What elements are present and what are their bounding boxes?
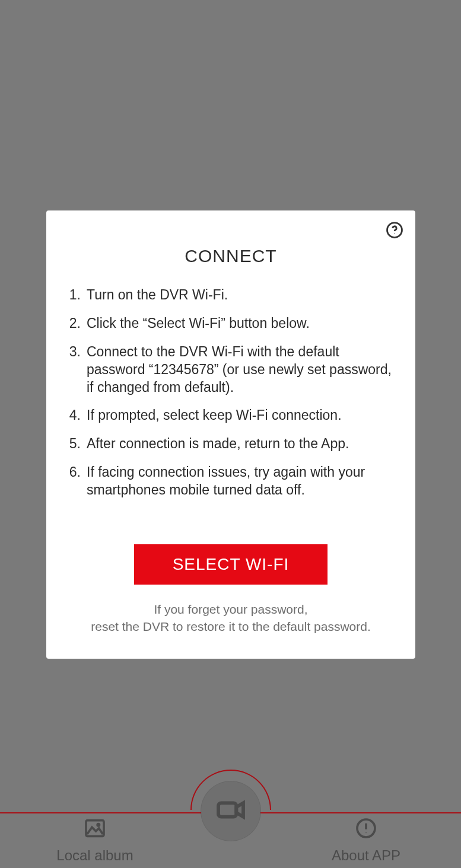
step-item: 5.After connection is made, return to th… bbox=[64, 435, 398, 453]
step-item: 6.If facing connection issues, try again… bbox=[64, 464, 398, 499]
nav-about-app[interactable]: About APP bbox=[307, 816, 425, 864]
step-num: 5. bbox=[64, 435, 81, 453]
connect-modal: CONNECT 1.Turn on the DVR Wi-Fi. 2.Click… bbox=[46, 210, 415, 659]
footer-line2: reset the DVR to restore it to the defau… bbox=[64, 618, 398, 635]
step-text: If prompted, select keep Wi-Fi connectio… bbox=[87, 407, 398, 425]
center-arc bbox=[190, 770, 271, 810]
modal-title: CONNECT bbox=[64, 246, 398, 266]
step-text: Click the “Select Wi-Fi” button below. bbox=[87, 315, 398, 333]
step-text: After connection is made, return to the … bbox=[87, 435, 398, 453]
svg-point-7 bbox=[394, 234, 395, 235]
svg-point-1 bbox=[97, 824, 99, 826]
svg-point-4 bbox=[365, 832, 367, 834]
step-num: 1. bbox=[64, 286, 81, 304]
footer-line1: If you forget your password, bbox=[64, 601, 398, 618]
step-num: 3. bbox=[64, 343, 81, 397]
step-item: 1.Turn on the DVR Wi-Fi. bbox=[64, 286, 398, 304]
center-record-wrap bbox=[195, 776, 266, 847]
step-item: 2.Click the “Select Wi-Fi” button below. bbox=[64, 315, 398, 333]
info-icon bbox=[354, 816, 378, 844]
step-text: Connect to the DVR Wi-Fi with the defaul… bbox=[87, 343, 398, 397]
nav-label-local-album: Local album bbox=[56, 847, 133, 864]
step-text: If facing connection issues, try again w… bbox=[87, 464, 398, 499]
app-screen: Local album About APP CONNECT 1.Turn on … bbox=[0, 0, 461, 868]
step-item: 4.If prompted, select keep Wi-Fi connect… bbox=[64, 407, 398, 425]
step-num: 2. bbox=[64, 315, 81, 333]
svg-rect-0 bbox=[86, 821, 104, 837]
steps-list: 1.Turn on the DVR Wi-Fi. 2.Click the “Se… bbox=[64, 286, 398, 510]
step-num: 6. bbox=[64, 464, 81, 499]
question-circle-icon bbox=[386, 221, 403, 241]
image-icon bbox=[83, 816, 107, 844]
step-num: 4. bbox=[64, 407, 81, 425]
help-button[interactable] bbox=[384, 221, 405, 241]
footer-note: If you forget your password, reset the D… bbox=[64, 601, 398, 635]
nav-label-about-app: About APP bbox=[332, 847, 400, 864]
step-text: Turn on the DVR Wi-Fi. bbox=[87, 286, 398, 304]
step-item: 3.Connect to the DVR Wi-Fi with the defa… bbox=[64, 343, 398, 397]
nav-local-album[interactable]: Local album bbox=[36, 816, 154, 864]
select-wifi-button[interactable]: SELECT WI-FI bbox=[134, 544, 328, 585]
